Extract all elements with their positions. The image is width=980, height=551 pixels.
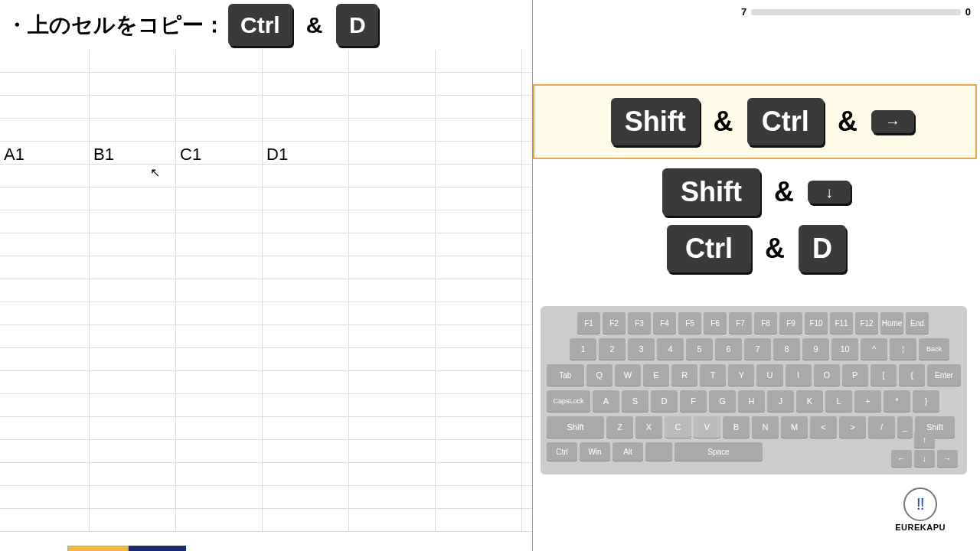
sheet-tab-active[interactable] [67,546,129,551]
kb-2: 2 [599,338,626,360]
kb-3: 3 [628,338,655,360]
key-ctrl: Ctrl [667,225,751,272]
kb-8: 8 [773,338,800,360]
kb-4: 4 [657,338,684,360]
kb-arrow-down: ↓ [914,450,935,467]
kb-f4: F4 [653,312,676,334]
kb-brace2: } [913,390,939,412]
progress-track [751,9,961,15]
kb-f1: F1 [577,312,600,334]
cell-c[interactable]: C1 [176,142,263,164]
progress-left: 7 [741,6,746,18]
kb-bracket: [ [871,364,897,386]
brand-logo: ‼ EUREKAPU [895,487,946,532]
key-shift: Shift [611,98,700,145]
ampersand: & [774,176,794,208]
kb-1: 1 [570,338,596,360]
key-d: D [336,4,378,46]
kb-t: T [700,364,726,386]
kb-10: 10 [831,338,858,360]
kb-9: 9 [802,338,829,360]
kb-arrow-cluster: ↑ ← ↓ → [891,431,958,467]
kb-u: U [756,364,782,386]
kb-alt: Alt [612,442,643,461]
kb-plus: + [854,390,881,412]
kb-blank [645,442,672,461]
kb-caret: ^ [861,338,887,360]
kb-b: B [723,416,750,438]
cell-a[interactable]: A1 [0,142,90,164]
kb-enter: Enter [927,364,961,386]
key-shift: Shift [662,168,760,216]
kb-y: Y [728,364,754,386]
shortcut-row: Ctrl & D [533,225,980,272]
kb-gt: > [839,416,866,438]
key-d: D [799,225,846,272]
kb-5: 5 [686,338,713,360]
kb-space: Space [675,442,763,461]
kb-h: H [738,390,765,412]
arrow-right-icon: → [871,110,914,133]
kb-tab: Tab [547,364,584,386]
kb-p: P [842,364,868,386]
arrow-down-icon: ↓ [808,181,851,204]
kb-f10: F10 [805,312,828,334]
kb-f7: F7 [729,312,752,334]
sheet-tab-other[interactable] [129,546,186,551]
kb-brace: { [899,364,925,386]
key-ctrl: Ctrl [747,98,824,145]
kb-w: W [615,364,641,386]
kb-m: M [781,416,808,438]
kb-s: S [622,390,648,412]
guide-panel: 7 0 Shift & Ctrl & → Shift & ↓ Ctrl & D … [532,0,980,551]
kb-r: R [671,364,697,386]
kb-e: E [643,364,669,386]
shortcut-row: Shift & ↓ [533,168,980,216]
spreadsheet-grid[interactable]: A1 B1 C1 D1 [0,50,532,551]
kb-caps: CapsLock [547,390,590,412]
sheet-tabs[interactable] [67,546,186,551]
kb-q: Q [586,364,612,386]
kb-home: Home [880,312,903,334]
kb-g: G [709,390,736,412]
kb-l: L [825,390,852,412]
kb-c: C [665,416,691,438]
ampersand: & [765,233,785,265]
kb-arrow-up: ↑ [914,431,935,448]
kb-star: * [884,390,910,412]
key-ctrl: Ctrl [228,4,292,46]
progress-right: 0 [965,6,971,18]
kb-ctrl-l: Ctrl [547,442,577,461]
virtual-keyboard: F1 F2 F3 F4 F5 F6 F7 F8 F9 F10 F11 F12 H… [541,306,967,474]
instruction-row: ・上のセルをコピー： Ctrl & D [0,0,532,50]
kb-f5: F5 [678,312,701,334]
kb-v: V [694,416,720,438]
progress-bar: 7 0 [741,6,971,18]
kb-7: 7 [744,338,771,360]
kb-f12: F12 [855,312,878,334]
ampersand: & [306,12,323,38]
ampersand: & [714,106,733,138]
kb-o: O [814,364,840,386]
instruction-text: ・上のセルをコピー： [6,11,225,40]
cell-b[interactable]: B1 [90,142,176,164]
kb-arrow-left: ← [891,450,912,467]
kb-shift-l: Shift [547,416,604,438]
spreadsheet-panel: ・上のセルをコピー： Ctrl & D A1 B1 C1 D1 [0,0,532,551]
kb-back: Back [919,338,949,360]
data-row[interactable]: A1 B1 C1 D1 [0,142,532,165]
kb-arrow-right: → [937,450,958,467]
kb-f2: F2 [603,312,626,334]
kb-win: Win [580,442,610,461]
kb-i: I [786,364,812,386]
kb-k: K [796,390,823,412]
kb-f8: F8 [754,312,777,334]
kb-f9: F9 [779,312,802,334]
kb-j: J [767,390,794,412]
kb-end: End [906,312,929,334]
kb-a: A [593,390,619,412]
cell-d[interactable]: D1 [263,142,349,164]
kb-d: D [651,390,678,412]
kb-f3: F3 [628,312,651,334]
kb-6: 6 [715,338,742,360]
